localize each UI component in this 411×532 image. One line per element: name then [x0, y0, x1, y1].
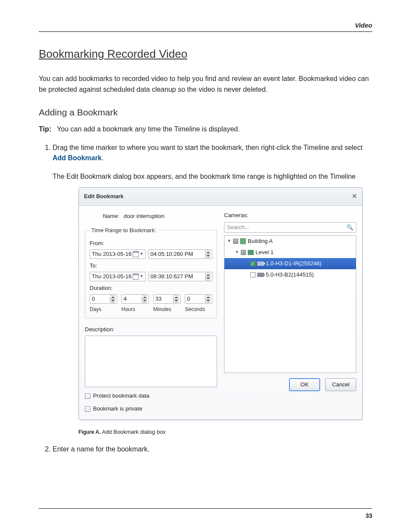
page-header: Video — [39, 22, 372, 32]
from-time-input[interactable]: 04:05:10:260 PM — [148, 249, 212, 259]
camera-checkbox[interactable] — [250, 261, 255, 266]
spinner-icon[interactable] — [110, 295, 115, 303]
duration-days-value: 0 — [92, 295, 95, 303]
duration-minutes-value: 33 — [156, 295, 162, 303]
chevron-down-icon[interactable]: ▼ — [140, 274, 143, 280]
days-label: Days — [90, 305, 101, 314]
cameras-label: Cameras: — [224, 211, 356, 220]
camera-icon — [257, 273, 264, 277]
from-date-value: Thu 2013-05-16 — [92, 250, 132, 258]
close-icon[interactable]: ✕ — [352, 191, 357, 202]
site-checkbox[interactable] — [233, 239, 238, 244]
from-time-value: 04:05:10:260 PM — [150, 250, 193, 258]
to-date-value: Thu 2013-05-16 — [92, 272, 132, 281]
tree-camera-row[interactable]: 5.0-H3-B2(144515) — [224, 269, 356, 280]
to-time-input[interactable]: 08:38:10:627 PM — [148, 272, 212, 281]
from-label: From: — [90, 239, 212, 248]
page-number: 33 — [365, 512, 372, 519]
dialog-title-bar: Edit Bookmark ✕ — [79, 188, 362, 206]
tree-site-row[interactable]: ▼ Building A — [224, 236, 356, 247]
server-icon — [240, 238, 246, 244]
tree-site-label: Building A — [248, 237, 273, 246]
spinner-icon[interactable] — [205, 295, 210, 303]
figure-caption: Figure A. Add Bookmark dialog box — [78, 428, 372, 436]
spinner-icon[interactable] — [173, 295, 178, 303]
description-label: Description: — [85, 325, 217, 334]
name-input[interactable]: door interruption — [123, 211, 217, 222]
from-date-picker[interactable]: Thu 2013-05-16 ▼ — [90, 249, 146, 259]
duration-minutes-input[interactable]: 33 — [153, 294, 181, 304]
dialog-title: Edit Bookmark — [84, 192, 124, 201]
tip: Tip: You can add a bookmark any time the… — [39, 125, 372, 133]
duration-seconds-input[interactable]: 0 — [185, 294, 212, 304]
tip-text: You can add a bookmark any time the Time… — [57, 125, 240, 133]
cancel-button[interactable]: Cancel — [325, 378, 356, 391]
seconds-label: Seconds — [185, 305, 205, 314]
camera-search-input[interactable]: Search... 🔍 — [224, 222, 356, 233]
to-time-value: 08:38:10:627 PM — [150, 272, 193, 281]
minutes-label: Minutes — [153, 305, 171, 314]
calendar-icon[interactable] — [133, 274, 139, 280]
duration-days-input[interactable]: 0 — [90, 294, 117, 304]
spinner-icon[interactable] — [142, 295, 147, 303]
edit-bookmark-dialog: Edit Bookmark ✕ Name: door interruption … — [78, 187, 363, 420]
camera-checkbox[interactable] — [250, 272, 255, 277]
floor-icon — [248, 250, 254, 255]
hours-label: Hours — [121, 305, 135, 314]
level-checkbox[interactable] — [241, 250, 246, 255]
tree-level-row[interactable]: ▼ Level 1 — [224, 247, 356, 258]
add-bookmark-link[interactable]: Add Bookmark — [53, 154, 102, 162]
chevron-down-icon[interactable]: ▼ — [235, 249, 239, 255]
time-range-fieldset: Time Range to Bookmark: From: Thu 2013-0… — [85, 226, 217, 318]
ok-button[interactable]: OK — [289, 378, 320, 391]
figure-wrap: Edit Bookmark ✕ Name: door interruption … — [78, 187, 372, 420]
intro-paragraph: You can add bookmarks to recorded video … — [39, 74, 372, 95]
step-1-subtext: The Edit Bookmark dialog box appears, an… — [53, 171, 372, 182]
range-legend: Time Range to Bookmark: — [90, 226, 158, 235]
header-section: Video — [355, 22, 372, 29]
tree-camera-label: 1.0-H3-D1-IR(255246) — [266, 259, 321, 268]
private-label: Bookmark is private — [93, 404, 142, 413]
protect-label: Protect bookmark data — [93, 392, 149, 400]
chevron-down-icon[interactable]: ▼ — [140, 251, 143, 257]
tip-label: Tip: — [39, 125, 51, 133]
step-1: Drag the time marker to where you want t… — [53, 143, 372, 436]
duration-hours-input[interactable]: 4 — [121, 294, 149, 304]
to-date-picker[interactable]: Thu 2013-05-16 ▼ — [90, 272, 146, 281]
name-label: Name: — [85, 212, 119, 221]
tree-level-label: Level 1 — [255, 248, 274, 257]
step-2: Enter a name for the bookmark. — [53, 444, 372, 455]
camera-tree[interactable]: ▼ Building A ▼ Le — [224, 235, 356, 373]
search-icon[interactable]: 🔍 — [346, 223, 353, 232]
private-checkbox[interactable] — [85, 406, 90, 412]
subsection-title: Adding a Bookmark — [39, 107, 372, 118]
steps-list: Drag the time marker to where you want t… — [53, 143, 372, 455]
duration-hours-value: 4 — [124, 295, 127, 303]
calendar-icon[interactable] — [133, 251, 139, 257]
duration-label: Duration: — [90, 284, 212, 292]
page-footer: 33 — [39, 508, 372, 519]
figure-text: Add Bookmark dialog box — [102, 429, 165, 435]
tree-camera-label: 5.0-H3-B2(144515) — [266, 271, 314, 279]
tree-camera-row[interactable]: 1.0-H3-D1-IR(255246) — [224, 258, 356, 269]
spinner-icon[interactable] — [205, 273, 210, 280]
figure-label: Figure A. — [78, 429, 101, 435]
step-1-text-a: Drag the time marker to where you want t… — [53, 144, 362, 151]
camera-icon — [257, 261, 264, 266]
step-1-text-b: . — [102, 154, 103, 162]
protect-checkbox[interactable] — [85, 393, 90, 399]
chevron-down-icon[interactable]: ▼ — [227, 238, 231, 244]
page-title: Bookmarking Recorded Video — [39, 47, 372, 61]
spinner-icon[interactable] — [205, 250, 210, 258]
to-label: To: — [90, 261, 212, 270]
duration-seconds-value: 0 — [187, 295, 190, 303]
search-placeholder: Search... — [227, 223, 249, 232]
description-input[interactable] — [85, 336, 217, 387]
